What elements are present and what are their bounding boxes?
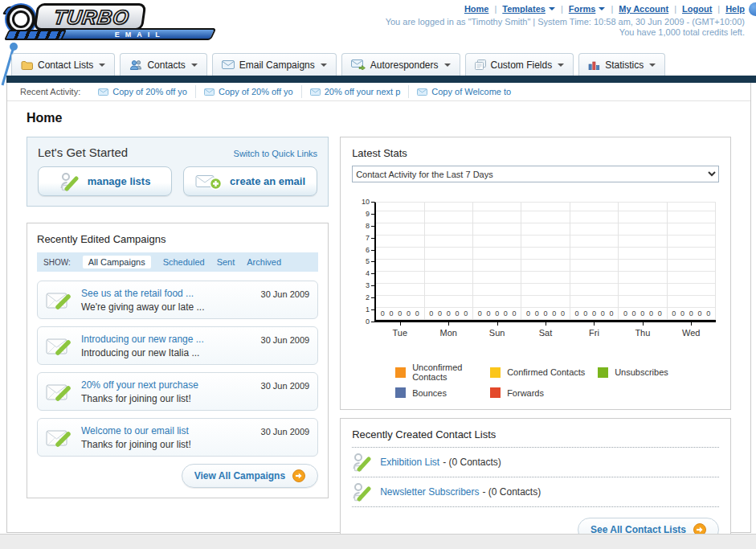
nav-logout-link[interactable]: Logout bbox=[682, 4, 712, 14]
manage-lists-button[interactable]: manage lists bbox=[38, 166, 172, 196]
nav-forms-link[interactable]: Forms bbox=[569, 4, 606, 14]
recent-activity-link[interactable]: Copy of 20% off yo bbox=[112, 87, 187, 96]
envelope-icon bbox=[204, 88, 215, 96]
chart-plot: 00000Tue00000Mon00000Sun00000Sat00000Fri… bbox=[374, 202, 716, 322]
y-tick-label: 5 bbox=[366, 258, 374, 265]
campaign-title-link[interactable]: Welcome to our email list bbox=[81, 425, 261, 436]
recent-activity-item: Copy of 20% off yo bbox=[90, 85, 195, 98]
contacts-icon bbox=[129, 59, 142, 70]
logo-wordmark: TURBO bbox=[34, 3, 147, 31]
nav-separator bbox=[674, 4, 676, 14]
tab-contact-lists[interactable]: Contact Lists bbox=[11, 53, 115, 76]
bar-value-label: 0 bbox=[592, 309, 596, 318]
recent-activity-link[interactable]: Copy of 20% off yo bbox=[219, 87, 293, 96]
recent-contact-lists-panel: Recently Created Contact Lists Exhibitio… bbox=[340, 418, 731, 549]
envelope-icon bbox=[222, 60, 235, 69]
contact-list-count: - (0 Contacts) bbox=[483, 486, 541, 498]
bar-value-label: 0 bbox=[415, 309, 419, 318]
chart-legend: Unconfirmed ContactsConfirmed ContactsUn… bbox=[352, 363, 719, 398]
legend-item: Confirmed Contacts bbox=[490, 363, 598, 382]
filter-sent[interactable]: Sent bbox=[217, 257, 235, 267]
chart-day-group: 00000Tue bbox=[376, 203, 424, 320]
right-column: Latest Stats Contact Activity for the La… bbox=[340, 137, 731, 549]
chevron-down-icon bbox=[649, 64, 656, 67]
campaign-date: 30 Jun 2009 bbox=[261, 335, 310, 345]
nav-help-link[interactable]: Help bbox=[725, 4, 745, 14]
tab-autoresponders[interactable]: Autoresponders bbox=[341, 53, 460, 76]
tab-contacts[interactable]: Contacts bbox=[120, 53, 206, 76]
campaign-date: 30 Jun 2009 bbox=[261, 289, 310, 299]
filter-all-campaigns[interactable]: All Campaigns bbox=[83, 256, 151, 268]
tab-custom-fields[interactable]: Custom Fields bbox=[465, 53, 574, 76]
campaign-subtitle: Introducing our new Italia ... bbox=[81, 347, 261, 358]
bar-value-label: 0 bbox=[640, 309, 644, 318]
tab-label: Statistics bbox=[605, 59, 644, 71]
switch-quick-links-link[interactable]: Switch to Quick Links bbox=[234, 149, 318, 158]
nav-my-account-link[interactable]: My Account bbox=[619, 4, 668, 14]
y-tick-label: 8 bbox=[366, 223, 374, 230]
envelope-pencil-icon bbox=[46, 289, 73, 311]
campaigns-title: Recently Edited Campaigns bbox=[37, 233, 318, 245]
recent-activity-item: Copy of Welcome to bbox=[408, 85, 519, 98]
bar-value-label: 0 bbox=[535, 309, 539, 318]
contact-lists: Exhibition List - (0 Contacts) bbox=[352, 447, 719, 507]
bar-value-label: 0 bbox=[478, 309, 482, 318]
campaign-title-link[interactable]: See us at the retail food ... bbox=[81, 288, 261, 299]
filter-scheduled[interactable]: Scheduled bbox=[163, 257, 205, 267]
x-tick-label: Sun bbox=[473, 328, 521, 338]
contact-list-item: Exhibition List - (0 Contacts) bbox=[352, 447, 719, 477]
bar-value-label: 0 bbox=[672, 309, 676, 318]
campaign-subtitle: We're giving away our late ... bbox=[81, 301, 261, 313]
nav-separator bbox=[494, 4, 497, 14]
bar-value-label: 0 bbox=[504, 309, 508, 318]
campaign-card: Welcome to our email list Thanks for joi… bbox=[37, 418, 318, 457]
x-tick-label: Tue bbox=[376, 328, 423, 338]
tab-label: Custom Fields bbox=[491, 59, 553, 71]
campaign-list: See us at the retail food ... We're givi… bbox=[37, 281, 318, 457]
nav-templates-link[interactable]: Templates bbox=[502, 4, 555, 14]
campaign-card: Introducing our new range ... Introducin… bbox=[37, 326, 318, 365]
create-email-button[interactable]: create an email bbox=[183, 166, 317, 196]
campaign-filter-strip: SHOW: All Campaigns Scheduled Sent Archi… bbox=[37, 252, 318, 272]
filter-archived[interactable]: Archived bbox=[247, 257, 281, 267]
recent-activity-link[interactable]: 20% off your next p bbox=[325, 87, 401, 96]
create-email-label: create an email bbox=[230, 175, 305, 187]
bar-value-label: 0 bbox=[658, 309, 662, 318]
campaign-date: 30 Jun 2009 bbox=[261, 381, 310, 391]
bar-value-label: 0 bbox=[407, 309, 411, 318]
logo-subtitle-bar: EMAIL bbox=[59, 28, 217, 40]
tab-email-campaigns[interactable]: Email Campaigns bbox=[212, 53, 337, 76]
recent-activity-link[interactable]: Copy of Welcome to bbox=[431, 87, 511, 96]
tab-statistics[interactable]: Statistics bbox=[578, 53, 665, 76]
envelope-icon bbox=[310, 88, 321, 96]
list-pencil-icon bbox=[59, 172, 80, 191]
bar-value-label: 0 bbox=[513, 309, 517, 318]
view-all-campaigns-button[interactable]: View All Campaigns bbox=[182, 464, 318, 488]
stats-range-select[interactable]: Contact Activity for the Last 7 Days bbox=[352, 166, 719, 182]
chart-day-group: 00000Thu bbox=[619, 203, 667, 320]
campaign-title-link[interactable]: Introducing our new range ... bbox=[81, 334, 261, 345]
logo-turbo-icon bbox=[14, 13, 27, 26]
nav-separator bbox=[717, 4, 720, 14]
main-region: Home Let's Get Started Switch to Quick L… bbox=[7, 101, 750, 549]
envelope-forward-icon bbox=[351, 59, 366, 70]
nav-home-link[interactable]: Home bbox=[464, 4, 489, 14]
bar-value-label: 0 bbox=[486, 309, 490, 318]
contact-list-link[interactable]: Newsletter Subscribers bbox=[380, 486, 479, 498]
legend-swatch-icon bbox=[395, 387, 406, 398]
chart-day-group: 00000Fri bbox=[570, 203, 619, 320]
legend-item: Bounces bbox=[395, 387, 490, 398]
list-pencil-icon bbox=[352, 453, 373, 472]
help-bubble-icon[interactable] bbox=[749, 2, 756, 16]
bar-value-label: 0 bbox=[561, 309, 565, 318]
latest-stats-title: Latest Stats bbox=[352, 147, 719, 159]
contact-activity-chart: 109876543210 00000Tue00000Mon00000Sun000… bbox=[352, 202, 719, 353]
x-tick-label: Sat bbox=[521, 328, 569, 338]
bar-value-label: 0 bbox=[526, 309, 530, 318]
credits-line: You have 1,000 total credits left. bbox=[386, 27, 745, 38]
chart-y-axis: 109876543210 bbox=[358, 199, 374, 326]
bar-value-label: 0 bbox=[552, 309, 556, 318]
contact-list-link[interactable]: Exhibition List bbox=[380, 457, 439, 468]
campaign-title-link[interactable]: 20% off your next purchase bbox=[81, 379, 261, 391]
arrow-right-icon bbox=[292, 469, 305, 482]
